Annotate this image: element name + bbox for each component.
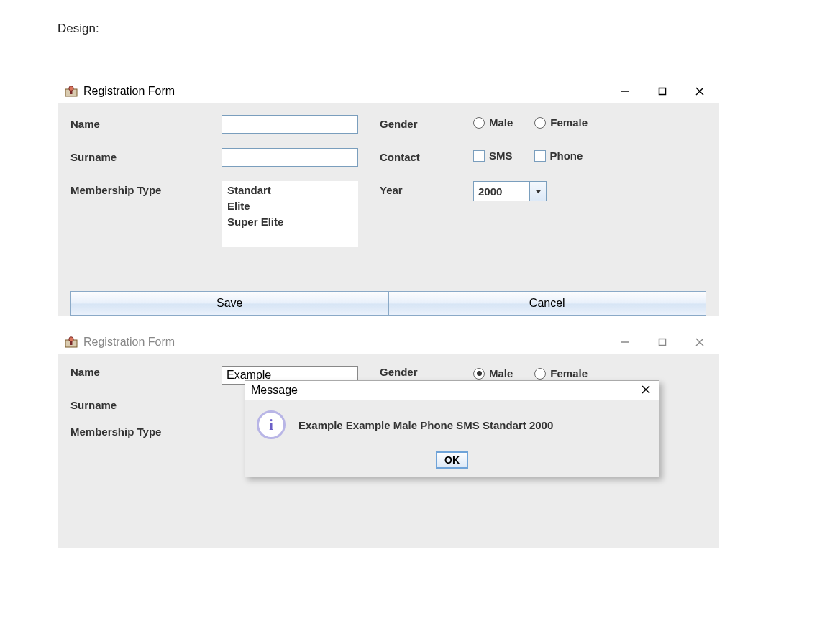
svg-marker-7 <box>535 190 540 193</box>
gender-female-radio[interactable]: Female <box>534 116 588 129</box>
ok-button[interactable]: OK <box>437 452 467 468</box>
svg-point-1 <box>69 86 73 91</box>
gender-male-label: Male <box>489 116 513 129</box>
save-button[interactable]: Save <box>70 291 389 316</box>
checkbox-icon <box>534 150 546 162</box>
svg-rect-10 <box>70 341 73 345</box>
gender-female-label: Female <box>550 116 588 129</box>
message-dialog: Message i Example Example Male Phone SMS… <box>245 380 659 477</box>
contact-label: Contact <box>380 148 466 163</box>
gender-label: Gender <box>380 115 466 130</box>
chevron-down-icon[interactable] <box>529 182 546 201</box>
dialog-titlebar: Message <box>245 381 659 400</box>
contact-phone-check[interactable]: Phone <box>534 150 583 162</box>
radio-icon <box>534 368 546 380</box>
window-title: Registration Form <box>83 85 614 98</box>
app-icon <box>65 85 78 98</box>
svg-rect-2 <box>70 91 73 94</box>
gender-female-label: Female <box>550 367 588 380</box>
year-label: Year <box>380 181 466 196</box>
year-value: 2000 <box>474 185 529 198</box>
dialog-message: Example Example Male Phone SMS Standart … <box>298 419 553 431</box>
contact-sms-check[interactable]: SMS <box>473 150 513 162</box>
close-button[interactable] <box>689 334 711 351</box>
window-title: Registration Form <box>83 336 614 349</box>
minimize-button[interactable] <box>614 83 636 100</box>
checkbox-icon <box>473 150 485 162</box>
surname-label: Surname <box>70 399 214 411</box>
gender-female-radio[interactable]: Female <box>534 367 588 380</box>
cancel-button[interactable]: Cancel <box>389 291 707 316</box>
gender-male-radio[interactable]: Male <box>473 116 513 129</box>
svg-rect-4 <box>659 88 666 95</box>
gender-male-label: Male <box>489 367 513 380</box>
membership-label: Membership Type <box>70 181 214 196</box>
info-icon: i <box>257 410 286 439</box>
surname-input[interactable] <box>222 148 358 167</box>
maximize-button[interactable] <box>652 334 673 351</box>
form-body: Name Gender Male Female Surname Contact <box>58 104 719 316</box>
radio-icon <box>473 117 485 129</box>
list-item[interactable]: Elite <box>227 198 352 214</box>
name-input[interactable] <box>222 115 358 134</box>
contact-phone-label: Phone <box>550 150 583 162</box>
registration-window-design: Registration Form Name Gender <box>58 79 719 316</box>
form-body: Name Gender Male Female Surname Membersh… <box>58 354 719 548</box>
minimize-button[interactable] <box>614 334 636 351</box>
dialog-title: Message <box>251 384 639 397</box>
radio-icon <box>473 368 485 380</box>
list-item[interactable]: Standart <box>227 183 352 198</box>
surname-label: Surname <box>70 148 214 163</box>
svg-point-9 <box>69 337 73 341</box>
name-label: Name <box>70 115 214 130</box>
page-heading: Design: <box>58 22 782 36</box>
radio-icon <box>534 117 546 129</box>
year-combobox[interactable]: 2000 <box>473 181 547 201</box>
gender-male-radio[interactable]: Male <box>473 367 513 380</box>
app-icon <box>65 336 78 349</box>
contact-sms-label: SMS <box>489 150 513 162</box>
name-label: Name <box>70 366 214 378</box>
maximize-button[interactable] <box>652 83 673 100</box>
svg-rect-12 <box>659 339 666 346</box>
close-button[interactable] <box>689 83 711 100</box>
membership-label: Membership Type <box>70 426 214 438</box>
titlebar: Registration Form <box>58 330 719 354</box>
registration-window-with-dialog: Registration Form Name Gender <box>58 330 719 548</box>
close-icon[interactable] <box>639 384 653 397</box>
list-item[interactable]: Super Elite <box>227 214 352 230</box>
gender-label: Gender <box>380 366 466 378</box>
membership-listbox[interactable]: Standart Elite Super Elite <box>222 181 358 247</box>
titlebar: Registration Form <box>58 79 719 104</box>
